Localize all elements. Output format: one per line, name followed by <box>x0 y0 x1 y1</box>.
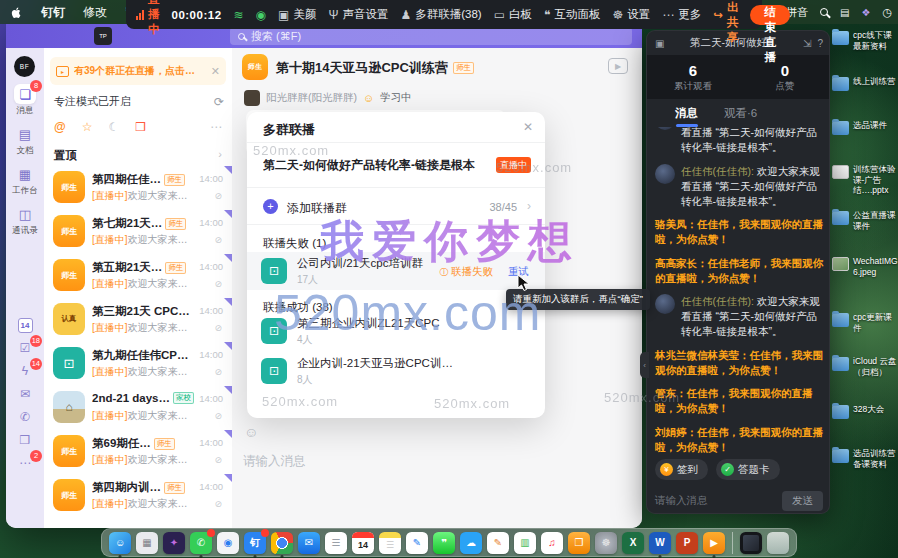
more-filters-icon[interactable]: ⋯ <box>210 120 222 134</box>
send-button[interactable]: 发送 <box>782 491 823 511</box>
dock-icon-docs-app[interactable]: ✎ <box>406 532 428 554</box>
control-center-icon[interactable]: ◷ <box>882 6 892 19</box>
dock-icon-books[interactable]: ❐ <box>568 532 590 554</box>
sidebar-item-phone[interactable]: ✆ <box>6 408 44 426</box>
dock-icon-numbers[interactable]: ▥ <box>514 532 536 554</box>
answer-card-button[interactable]: ✓答题卡 <box>716 459 780 480</box>
chat-list-item[interactable]: 师生第四期内训…师生14:00[直播中]欢迎大家来…⊘ <box>44 474 232 518</box>
desktop-icon[interactable]: 选品课件 <box>832 120 898 135</box>
live-chat-input[interactable]: 请输入消息 <box>655 494 782 508</box>
sidebar-item-more[interactable]: ⋯2 <box>6 454 44 472</box>
dock-icon-wechat[interactable]: ✆ <box>190 532 212 554</box>
more-button[interactable]: ⋯更多 <box>662 7 701 22</box>
desktop-icon[interactable]: 选品训练营备课资料 <box>832 448 898 469</box>
refresh-icon[interactable]: ⟳ <box>214 95 224 109</box>
chevron-right-icon[interactable]: › <box>527 199 531 213</box>
dnd-filter-icon[interactable]: ☾ <box>108 120 119 134</box>
dock-icon-calendar[interactable]: 14 <box>352 532 374 554</box>
app-tray-icon[interactable]: ❖ <box>861 7 870 18</box>
dock-icon-safari[interactable]: ◉ <box>217 532 239 554</box>
dock-icon-finder[interactable]: ☺ <box>109 532 131 554</box>
menu-app-name[interactable]: 钉钉 <box>41 4 65 21</box>
dock-icon-dingtalk[interactable]: 钉 <box>244 532 266 554</box>
notebook-filter-icon[interactable]: ❒ <box>135 120 146 134</box>
dock-icon-tencent-video[interactable]: ▶ <box>703 532 725 554</box>
chat-list-item[interactable]: 师生第七期21天…师生14:00[直播中]欢迎大家来…⊘ <box>44 210 232 254</box>
dock-icon-chrome[interactable] <box>271 532 293 554</box>
desktop-icon[interactable]: 328大会 <box>832 404 898 419</box>
live-message-list[interactable]: 任佳伟(任佳伟): 欢迎大家来观看直播 “第二天-如何做好产品转化率-链接是根本… <box>647 127 830 459</box>
mention-filter-icon[interactable]: @ <box>54 120 66 134</box>
desktop-icon[interactable]: 公益直播课课件 <box>832 210 898 231</box>
camera-button[interactable]: ▣美颜 <box>278 7 316 22</box>
org-avatar[interactable]: BF <box>14 56 35 77</box>
sidebar-item-workbench[interactable]: ▦工作台 <box>6 164 44 197</box>
dock-icon-screenshot-file[interactable] <box>740 532 762 554</box>
desktop-icon[interactable]: WechatIMG6.jpeg <box>832 256 898 277</box>
expand-icon[interactable]: ⇲ <box>803 38 811 49</box>
sidebar-item-flash[interactable]: ϟ14 <box>6 362 44 380</box>
live-groups-banner[interactable]: ▸ 有39个群正在直播，点击… ✕ <box>50 57 226 85</box>
dock-icon-word[interactable]: W <box>649 532 671 554</box>
settings-button[interactable]: ☸设置 <box>613 7 651 22</box>
help-icon[interactable]: ? <box>817 38 823 49</box>
desktop-icon[interactable]: cpc线下课最新资料 <box>832 30 898 51</box>
dock-icon-excel[interactable]: X <box>622 532 644 554</box>
mic-button[interactable]: Ψ声音设置 <box>328 7 388 22</box>
message-input[interactable]: 请输入消息 <box>243 453 306 470</box>
network-icon[interactable]: ≋ <box>234 9 244 21</box>
search-input[interactable]: 搜索 (⌘F) <box>230 27 632 45</box>
dock-icon-cloud-app[interactable]: ☁ <box>460 532 482 554</box>
panel-collapse-handle[interactable]: ‹ <box>640 352 649 378</box>
chat-list-item[interactable]: 认真第三期21天 CPC…14:00[直播中]欢迎大家来…⊘ <box>44 298 232 342</box>
dock-icon-trash[interactable] <box>767 532 789 554</box>
header-avatar[interactable]: TP <box>94 27 112 45</box>
desktop-icon[interactable]: iCloud 云盘（归档） <box>832 356 898 377</box>
sidebar-item-calendar[interactable]: 14 <box>6 316 44 334</box>
banner-close-icon[interactable]: ✕ <box>211 65 220 78</box>
sidebar-item-folder[interactable]: ❒ <box>6 431 44 449</box>
chat-list-item[interactable]: 师生第69期任…师生14:00[直播中]欢迎大家来…⊘ <box>44 430 232 474</box>
sidebar-item-messages[interactable]: ❏消息8 <box>6 84 44 117</box>
sidebar-item-mail[interactable]: ✉ <box>6 385 44 403</box>
dock-icon-reminders[interactable]: ☰ <box>325 532 347 554</box>
dock-icon-photos-app[interactable]: ✦ <box>163 532 185 554</box>
sidebar-item-docs[interactable]: ▤文档 <box>6 124 44 157</box>
sidebar-item-contacts[interactable]: ◫通讯录 <box>6 204 44 237</box>
exit-share-button[interactable]: ↪ 退出共享 <box>713 0 738 45</box>
dock-icon-messages[interactable]: ❞ <box>433 532 455 554</box>
sender-avatar[interactable] <box>244 90 260 106</box>
chat-list-item[interactable]: 师生第五期21天…师生14:00[直播中]欢迎大家来…⊘ <box>44 254 232 298</box>
dock-icon-music[interactable]: ♫ <box>541 532 563 554</box>
contacts-tray-icon[interactable]: ▤ <box>840 7 849 18</box>
group-live-replay-icon[interactable]: ▶ <box>608 58 628 74</box>
assistant-icon[interactable]: ◉ <box>256 9 266 21</box>
dock-icon-powerpoint[interactable]: P <box>676 532 698 554</box>
pinned-section-header[interactable]: 置顶 › <box>54 148 222 163</box>
success-group-row[interactable]: ⊡企业内训-21天亚马逊CPC训…8人 <box>247 354 545 392</box>
chat-list-item[interactable]: ⊡第九期任佳伟CP…14:00[直播中]欢迎大家来…⊘ <box>44 342 232 386</box>
modal-close-icon[interactable]: ✕ <box>523 120 533 134</box>
whiteboard-button[interactable]: ▭白板 <box>494 7 532 22</box>
dock-icon-mail[interactable]: ✉ <box>298 532 320 554</box>
interact-panel-button[interactable]: ❝互动面板 <box>544 7 600 22</box>
dock-icon-system-settings[interactable]: ☸ <box>595 532 617 554</box>
desktop-icon[interactable]: cpc更新课件 <box>832 312 898 333</box>
sidebar-item-todo[interactable]: ☑18 <box>6 339 44 357</box>
tab-消息[interactable]: 消息 <box>675 106 698 121</box>
star-filter-icon[interactable]: ☆ <box>82 120 93 134</box>
desktop-icon[interactable]: 训练营体验课-广告结….pptx <box>832 164 898 196</box>
dock-icon-notes[interactable]: ☰ <box>379 532 401 554</box>
dock-icon-launchpad[interactable]: ▦ <box>136 532 158 554</box>
emoji-picker-icon[interactable]: ☺ <box>244 424 258 440</box>
tab-观看·6[interactable]: 观看·6 <box>724 106 757 121</box>
multicast-button[interactable]: ♟多群联播(38) <box>400 7 481 22</box>
chat-list-item[interactable]: 师生第四期任佳…师生14:00[直播中]欢迎大家来…⊘ <box>44 166 232 210</box>
check-in-button[interactable]: ¥签到 <box>655 459 708 480</box>
search-icon[interactable] <box>820 8 828 16</box>
end-live-button[interactable]: 结束直播 <box>750 5 790 25</box>
desktop-icon[interactable]: 线上训练营 <box>832 76 898 91</box>
menu-edit[interactable]: 修改 <box>83 4 107 21</box>
dock-icon-pages[interactable]: ✎ <box>487 532 509 554</box>
apple-menu-icon[interactable] <box>10 6 23 19</box>
